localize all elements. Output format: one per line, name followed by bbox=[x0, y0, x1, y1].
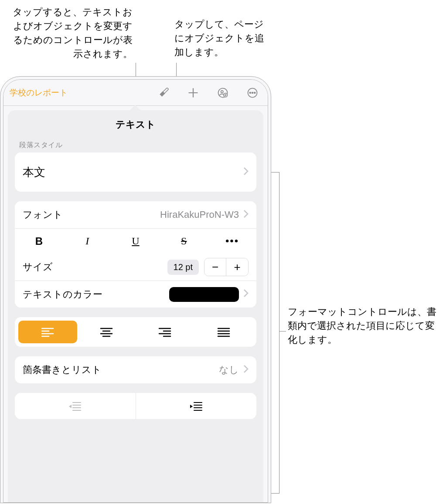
size-row: サイズ 12 pt − + bbox=[15, 254, 256, 281]
align-left-button[interactable] bbox=[18, 321, 77, 343]
device-screen: 学校のレポート bbox=[3, 79, 268, 503]
svg-point-10 bbox=[254, 92, 256, 93]
svg-point-3 bbox=[221, 90, 223, 92]
callout-insert: タップして、ページにオブジェクトを追加します。 bbox=[174, 17, 268, 59]
chevron-right-icon bbox=[243, 210, 249, 220]
chevron-right-icon bbox=[243, 167, 249, 178]
font-row[interactable]: フォント HiraKakuProN-W3 bbox=[15, 201, 256, 228]
format-panel: テキスト 段落スタイル 本文 フォント HiraKakuProN-W3 B I bbox=[8, 110, 263, 502]
svg-point-9 bbox=[252, 92, 253, 93]
align-center-button[interactable] bbox=[77, 321, 136, 343]
leader-line bbox=[270, 172, 279, 173]
more-icon[interactable] bbox=[246, 86, 259, 99]
collaborate-icon[interactable] bbox=[216, 86, 229, 99]
text-style-row: B I U S ••• bbox=[15, 228, 256, 254]
paragraph-style-section-label: 段落スタイル bbox=[8, 141, 263, 152]
toolbar: 学校のレポート bbox=[3, 80, 268, 106]
bullets-row[interactable]: 箇条書きとリスト なし bbox=[15, 356, 256, 383]
svg-marker-31 bbox=[69, 405, 72, 408]
indent-card bbox=[15, 393, 256, 419]
strikethrough-button[interactable]: S bbox=[160, 235, 208, 247]
text-color-swatch bbox=[169, 287, 239, 302]
align-right-button[interactable] bbox=[136, 321, 194, 343]
more-styles-button[interactable]: ••• bbox=[208, 235, 256, 247]
outdent-button[interactable] bbox=[15, 393, 136, 419]
chevron-right-icon bbox=[243, 289, 249, 300]
paragraph-style-card: 本文 bbox=[15, 152, 256, 192]
alignment-segment bbox=[15, 317, 256, 347]
bullets-label: 箇条書きとリスト bbox=[23, 363, 102, 376]
leader-line bbox=[176, 63, 177, 77]
device-frame: 学校のレポート bbox=[0, 76, 271, 503]
svg-point-8 bbox=[249, 92, 251, 93]
text-color-label: テキストのカラー bbox=[23, 288, 102, 301]
size-label: サイズ bbox=[23, 260, 53, 274]
italic-button[interactable]: I bbox=[63, 235, 112, 247]
font-label: フォント bbox=[23, 208, 63, 221]
size-value[interactable]: 12 pt bbox=[167, 260, 199, 275]
indent-button[interactable] bbox=[136, 393, 257, 419]
chevron-right-icon bbox=[243, 365, 249, 375]
paragraph-style-row[interactable]: 本文 bbox=[15, 152, 256, 192]
size-decrease-button[interactable]: − bbox=[204, 258, 226, 276]
bullets-card: 箇条書きとリスト なし bbox=[15, 356, 256, 383]
insert-plus-icon[interactable] bbox=[187, 86, 200, 99]
callout-controls: フォーマットコントロールは、書類内で選択された項目に応じて変化します。 bbox=[288, 305, 438, 347]
bold-button[interactable]: B bbox=[15, 235, 63, 247]
callout-format: タップすると、テキストおよびオブジェクトを変更するためのコントロールが表示されま… bbox=[6, 5, 133, 61]
toolbar-icons bbox=[157, 86, 262, 99]
leader-line bbox=[279, 331, 286, 331]
align-justify-button[interactable] bbox=[194, 321, 253, 343]
svg-marker-36 bbox=[190, 405, 193, 408]
leader-line bbox=[279, 172, 279, 494]
leader-line bbox=[270, 493, 279, 494]
paragraph-style-value: 本文 bbox=[23, 165, 45, 180]
document-title[interactable]: 学校のレポート bbox=[10, 87, 68, 98]
panel-title: テキスト bbox=[8, 118, 263, 131]
size-stepper: − + bbox=[204, 258, 249, 276]
font-value: HiraKakuProN-W3 bbox=[160, 209, 239, 220]
bullets-value: なし bbox=[219, 363, 239, 376]
size-increase-button[interactable]: + bbox=[226, 258, 248, 276]
font-card: フォント HiraKakuProN-W3 B I U S ••• サイズ 12 … bbox=[15, 201, 256, 308]
underline-button[interactable]: U bbox=[112, 235, 160, 247]
leader-line bbox=[136, 63, 136, 77]
format-brush-icon[interactable] bbox=[157, 86, 170, 99]
text-color-row[interactable]: テキストのカラー bbox=[15, 281, 256, 308]
